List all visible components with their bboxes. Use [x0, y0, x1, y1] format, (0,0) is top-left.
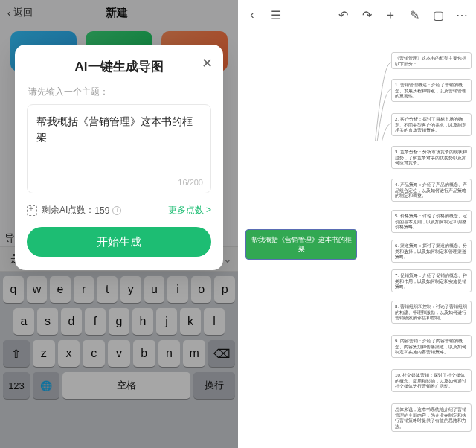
erase-icon[interactable]: ✎	[408, 8, 421, 22]
redo-icon[interactable]: ↷	[360, 8, 373, 22]
root-node[interactable]: 帮我概括《营销管理》这本书的框架	[245, 229, 357, 260]
child-node-10[interactable]: 10. 社交媒体营销：探讨了社交媒体的概念、应用和影响，以及如何通过社交媒体进行…	[391, 369, 472, 392]
generate-button[interactable]: 开始生成	[27, 227, 211, 257]
points-row: 剩余AI点数： 159 i 更多点数 >	[27, 204, 211, 217]
modal-caption: 请先输入一个主题：	[28, 86, 210, 98]
topic-input[interactable]: 帮我概括《营销管理》这本书的框架 16/200	[27, 104, 211, 193]
mindmap-toolbar: ‹ ☰ ↶ ↷ ＋ ✎ ▢ ⋯	[238, 0, 476, 30]
ai-modal: AI一键生成导图 ✕ 请先输入一个主题： 帮我概括《营销管理》这本书的框架 16…	[15, 45, 223, 270]
char-counter: 16/200	[178, 178, 203, 187]
right-phone: ‹ ☰ ↶ ↷ ＋ ✎ ▢ ⋯ 帮我概括《营销管理》这本书的框架 《营销管理》这…	[238, 0, 476, 448]
child-node-4[interactable]: 4. 产品策略：介绍了产品的概念、产品组合定位，以及如何进行产品策略的制定和调整…	[391, 179, 472, 202]
child-node-5[interactable]: 5. 价格策略：讨论了价格的概念、定价的基本原则，以及如何制定和调整价格策略。	[391, 210, 472, 233]
child-node-1[interactable]: 1. 营销管理概述：介绍了营销的概念、发展历程和特点，以及营销管理的重要性。	[391, 79, 472, 102]
child-node-0[interactable]: 《营销管理》这本书的框架主要包括以下部分：	[391, 52, 472, 69]
undo-icon[interactable]: ↶	[336, 8, 350, 22]
close-icon[interactable]: ✕	[202, 55, 213, 71]
generate-button-label: 开始生成	[97, 235, 141, 249]
topic-text: 帮我概括《营销管理》这本书的框架	[36, 114, 202, 145]
more-icon[interactable]: ⋯	[455, 8, 469, 22]
menu-icon[interactable]: ☰	[269, 8, 283, 22]
more-points-link[interactable]: 更多点数 >	[168, 204, 211, 217]
info-icon[interactable]: i	[112, 206, 121, 215]
child-node-7[interactable]: 7. 促销策略：介绍了促销的概念、种类和作用，以及如何制定和实施促销策略。	[391, 269, 472, 292]
child-node-6[interactable]: 6. 渠道策略：探讨了渠道的概念、分类和选择，以及如何制定和管理渠道策略。	[391, 240, 472, 263]
points-icon	[27, 205, 37, 216]
child-node-2[interactable]: 2. 客户分析：探讨了目标市场的确定、不同类型客户的需求，以及制定相关的市场营销…	[391, 113, 472, 136]
child-node-11[interactable]: 总体来说，这本书系统地介绍了营销管理的全部内容，为企业在制定和执行营销策略时提供…	[391, 403, 472, 432]
add-icon[interactable]: ＋	[384, 8, 397, 22]
modal-title: AI一键生成导图	[27, 58, 211, 75]
save-icon[interactable]: ▢	[431, 8, 445, 22]
points-value: 159	[94, 205, 109, 216]
back-icon[interactable]: ‹	[245, 8, 259, 22]
child-node-9[interactable]: 9. 内容营销：介绍了内容营销的概念、内容策划和传播渠道，以及如何制定和实施内容…	[391, 335, 472, 358]
points-label: 剩余AI点数：	[42, 204, 94, 217]
child-node-8[interactable]: 8. 营销组织和控制：讨论了营销组织的构建、管理和激励，以及如何进行营销绩效的评…	[391, 301, 472, 324]
left-phone: ‹ 返回 新建 导 AI一键生成导图 ✕ 请先输入一个主题： 帮我概括《营销管理…	[0, 0, 238, 448]
child-node-3[interactable]: 3. 竞争分析：分析市场竞争的现状和趋势，了解竞争对手的优劣势以及如何应对竞争。	[391, 146, 472, 169]
mindmap-canvas[interactable]: 帮我概括《营销管理》这本书的框架 《营销管理》这本书的框架主要包括以下部分：1.…	[238, 30, 476, 448]
